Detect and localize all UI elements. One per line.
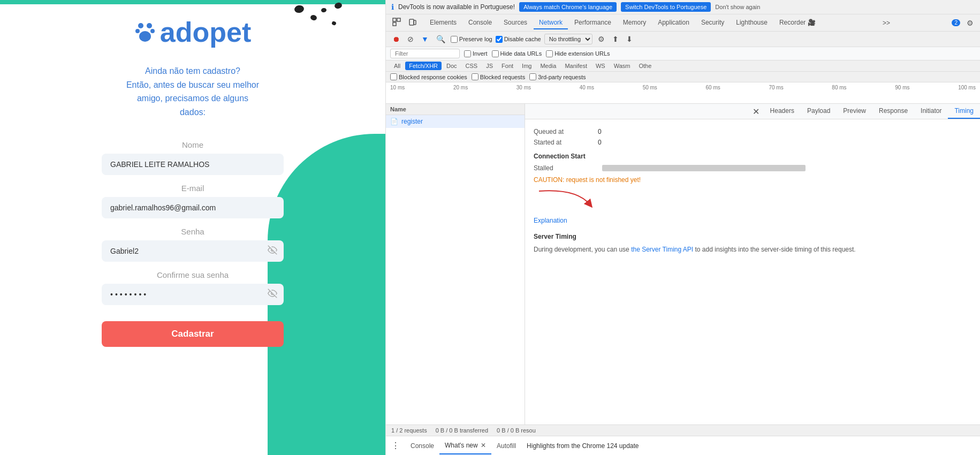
whats-new-close-icon[interactable]: ✕: [481, 442, 486, 449]
network-main-area: Name 📄 register ✕ Headers Payload Previe…: [386, 104, 980, 424]
preserve-log-checkbox[interactable]: [451, 36, 458, 43]
stalled-progress-bar: [602, 165, 806, 171]
hide-data-urls-checkbox[interactable]: [492, 50, 499, 57]
type-filter-font[interactable]: Font: [498, 62, 517, 70]
request-item[interactable]: 📄 register: [386, 115, 525, 128]
record-button[interactable]: ⏺: [390, 34, 402, 44]
highlights-text: Highlights from the Chrome 124 update: [521, 438, 644, 454]
resource-size: 0 B / 0 B resou: [497, 427, 536, 434]
tab-application[interactable]: Application: [652, 17, 695, 29]
started-value: 0: [598, 139, 602, 146]
confirm-input[interactable]: [102, 284, 284, 305]
tab-memory[interactable]: Memory: [618, 17, 651, 29]
hide-extension-urls-checkbox[interactable]: [546, 50, 553, 57]
eye-toggle-icon[interactable]: [268, 245, 277, 257]
disable-cache-checkbox[interactable]: [496, 36, 503, 43]
device-toggle-icon[interactable]: [406, 17, 419, 29]
invert-checkbox-label[interactable]: Invert: [464, 50, 488, 57]
tab-performance[interactable]: Performance: [569, 17, 617, 29]
blocked-cookies-label[interactable]: Blocked response cookies: [390, 73, 467, 80]
email-input[interactable]: [102, 197, 284, 218]
request-detail-panel: ✕ Headers Payload Preview Response Initi…: [525, 104, 980, 424]
detail-tab-initiator[interactable]: Initiator: [914, 104, 948, 119]
inspect-element-icon[interactable]: [390, 17, 403, 29]
detail-tab-timing[interactable]: Timing: [948, 104, 980, 119]
blocked-cookies-checkbox[interactable]: [390, 73, 397, 80]
info-icon: ℹ: [391, 3, 394, 11]
request-file-icon: 📄: [390, 118, 398, 125]
console-tab-btn[interactable]: Console: [405, 438, 439, 454]
filter-bar: Invert Hide data URLs Hide extension URL…: [386, 47, 980, 60]
stalled-row: Stalled: [534, 164, 971, 172]
detail-tab-response[interactable]: Response: [872, 104, 914, 119]
detail-tab-preview[interactable]: Preview: [837, 104, 872, 119]
tab-security[interactable]: Security: [696, 17, 730, 29]
logo-container: adopet: [134, 16, 251, 48]
tab-recorder[interactable]: Recorder 🎥: [774, 17, 821, 29]
svg-point-0: [138, 23, 143, 28]
type-filter-js[interactable]: JS: [482, 62, 497, 70]
type-filter-doc[interactable]: Doc: [443, 62, 461, 70]
autofill-tab-btn[interactable]: Autofill: [491, 438, 521, 454]
confirm-field-wrapper: [102, 284, 284, 305]
third-party-label[interactable]: 3rd-party requests: [529, 73, 586, 80]
type-filter-other[interactable]: Othe: [635, 62, 655, 70]
started-at-row: Started at 0: [534, 139, 971, 146]
always-match-button[interactable]: Always match Chrome's language: [519, 2, 617, 12]
blocked-requests-checkbox[interactable]: [472, 73, 478, 80]
import-icon[interactable]: ⬆: [610, 34, 621, 44]
devtools-icons-group: [390, 17, 419, 29]
type-filter-fetch-xhr[interactable]: Fetch/XHR: [405, 62, 442, 70]
third-party-checkbox[interactable]: [529, 73, 536, 80]
type-filter-wasm[interactable]: Wasm: [610, 62, 634, 70]
type-filter-css[interactable]: CSS: [462, 62, 482, 70]
console-bar: ⋮ Console What's new ✕ Autofill Highligh…: [386, 436, 980, 455]
switch-portuguese-button[interactable]: Switch DevTools to Portuguese: [621, 2, 711, 12]
preserve-log-checkbox-label[interactable]: Preserve log: [451, 36, 492, 43]
type-filter-manifest[interactable]: Manifest: [561, 62, 591, 70]
server-timing-api-link[interactable]: the Server Timing API: [631, 246, 693, 253]
type-filter-media[interactable]: Media: [536, 62, 560, 70]
caution-text: CAUTION: request is not finished yet!: [534, 176, 971, 213]
export-icon[interactable]: ⬇: [624, 34, 635, 44]
type-filter-img[interactable]: Img: [518, 62, 535, 70]
filter-input[interactable]: [390, 49, 460, 58]
detail-tab-payload[interactable]: Payload: [801, 104, 837, 119]
hide-data-urls-label[interactable]: Hide data URLs: [492, 50, 542, 57]
more-tabs-button[interactable]: >>: [880, 17, 892, 29]
submit-button[interactable]: Cadastrar: [102, 321, 284, 347]
dont-show-button[interactable]: Don't show again: [715, 4, 760, 10]
disable-cache-checkbox-label[interactable]: Disable cache: [496, 36, 541, 43]
tab-console[interactable]: Console: [463, 17, 497, 29]
password-input[interactable]: [102, 240, 284, 262]
search-button[interactable]: 🔍: [434, 34, 447, 44]
blocked-requests-label[interactable]: Blocked requests: [472, 73, 525, 80]
detail-close-button[interactable]: ✕: [748, 104, 764, 119]
hide-extension-urls-label[interactable]: Hide extension URLs: [546, 50, 610, 57]
email-field-wrapper: [102, 197, 284, 218]
tab-elements[interactable]: Elements: [424, 17, 462, 29]
eye-toggle-confirm-icon[interactable]: [268, 289, 277, 300]
stop-button[interactable]: ⊘: [405, 34, 416, 44]
type-filter-all[interactable]: All: [390, 62, 404, 70]
invert-checkbox[interactable]: [464, 50, 471, 57]
tab-sources[interactable]: Sources: [498, 17, 533, 29]
type-filter-ws[interactable]: WS: [592, 62, 609, 70]
network-toolbar: ⏺ ⊘ ▼ 🔍 Preserve log Disable cache No th…: [386, 32, 980, 47]
app-content: adopet Ainda não tem cadastro? Então, an…: [0, 0, 385, 347]
name-input[interactable]: [102, 154, 284, 175]
tab-lighthouse[interactable]: Lighthouse: [731, 17, 773, 29]
devtools-panel: ℹ DevTools is now available in Portugues…: [385, 0, 980, 455]
console-menu-icon[interactable]: ⋮: [386, 436, 405, 455]
network-settings-icon[interactable]: ⚙: [596, 34, 607, 44]
detail-tab-headers[interactable]: Headers: [764, 104, 801, 119]
settings-icon[interactable]: ⚙: [964, 18, 976, 28]
explanation-link[interactable]: Explanation: [534, 217, 567, 224]
registration-form: Nome E-mail Senha Confi: [102, 132, 284, 347]
paw-icon: [134, 21, 156, 43]
throttle-select[interactable]: No throttling: [544, 34, 592, 44]
whats-new-tab-btn[interactable]: What's new ✕: [439, 437, 491, 454]
tab-network[interactable]: Network: [534, 17, 568, 29]
confirm-label: Confirme sua senha: [102, 270, 284, 279]
filter-button[interactable]: ▼: [419, 34, 431, 44]
